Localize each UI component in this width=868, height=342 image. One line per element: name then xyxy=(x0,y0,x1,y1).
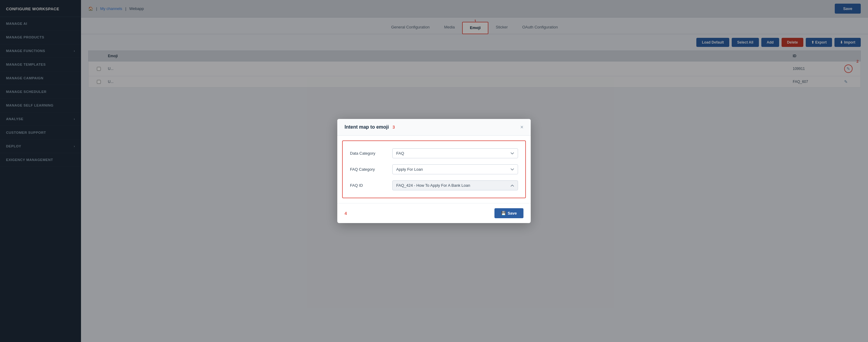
faq-category-select[interactable]: Apply For Loan General Inquiry Account H… xyxy=(392,164,518,174)
form-row-faq-id: FAQ ID FAQ_424 - How To Apply For A Bank… xyxy=(350,180,518,190)
modal-footer: 4 💾 Save xyxy=(337,203,531,223)
modal-title: Intent map to emoji xyxy=(345,124,389,130)
modal-overlay: Intent map to emoji 3 × Data Category FA… xyxy=(0,0,868,342)
form-row-faq-category: FAQ Category Apply For Loan General Inqu… xyxy=(350,164,518,174)
save-disk-icon: 💾 xyxy=(501,211,506,216)
faq-id-select[interactable]: FAQ_424 - How To Apply For A Bank Loan F… xyxy=(392,180,518,190)
modal-dialog: Intent map to emoji 3 × Data Category FA… xyxy=(337,119,531,223)
modal-save-button[interactable]: 💾 Save xyxy=(494,208,523,218)
modal-close-button[interactable]: × xyxy=(520,124,523,130)
modal-footer-badge: 4 xyxy=(345,211,347,216)
form-row-data-category: Data Category FAQ General Custom xyxy=(350,148,518,158)
modal-badge: 3 xyxy=(393,125,395,130)
data-category-label: Data Category xyxy=(350,151,392,155)
data-category-select[interactable]: FAQ General Custom xyxy=(392,148,518,158)
faq-category-label: FAQ Category xyxy=(350,167,392,172)
modal-header: Intent map to emoji 3 × xyxy=(337,119,531,136)
faq-id-label: FAQ ID xyxy=(350,183,392,188)
modal-body: Data Category FAQ General Custom FAQ Cat… xyxy=(342,140,526,198)
